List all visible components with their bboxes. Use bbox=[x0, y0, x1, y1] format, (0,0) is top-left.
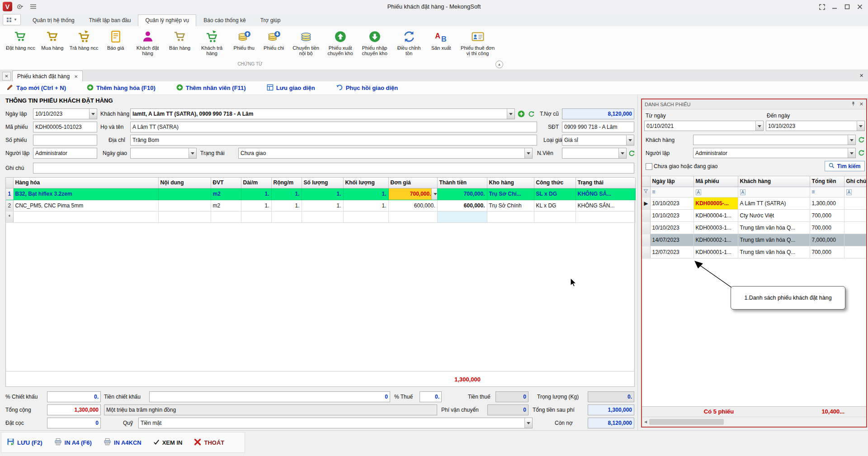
panel-close-icon[interactable]: ✕ bbox=[859, 101, 863, 107]
panel-column-khach-hang[interactable]: Khách hàng bbox=[738, 176, 810, 187]
panel-row-header[interactable]: ▶ bbox=[642, 197, 650, 209]
filter-cell[interactable]: A bbox=[844, 187, 866, 197]
cell-dvt[interactable]: m2 bbox=[211, 200, 241, 211]
toolbar-item-phieu-thue-don-vi-thi-cong[interactable]: Phiếu thuê đơn vị thi công bbox=[456, 28, 500, 57]
filter-cell[interactable]: A bbox=[693, 187, 738, 197]
panel-cell-tong-tien[interactable]: 700,000 bbox=[810, 221, 844, 234]
cell-noi-dung[interactable] bbox=[158, 200, 211, 211]
panel-cell-tong-tien[interactable]: 1,300,000 bbox=[810, 197, 844, 209]
cell-kho-hang[interactable]: Trụ Sở Chính bbox=[487, 200, 534, 211]
chiet-khau-pct-field[interactable]: 0. bbox=[47, 391, 101, 402]
toolbar-item-phieu-thu[interactable]: Phiếu thu bbox=[229, 28, 259, 52]
dropdown-arrow-icon[interactable] bbox=[431, 188, 438, 200]
cell-dai-m[interactable]: 1. bbox=[241, 200, 271, 211]
action-luu-giao-dien[interactable]: Lưu giao diện bbox=[267, 84, 315, 92]
refresh-customer-icon[interactable] bbox=[527, 110, 535, 118]
filter-cell[interactable]: = bbox=[810, 187, 844, 197]
panel-cell-ngay-lap[interactable]: 14/07/2023 bbox=[650, 234, 693, 246]
scrollbar-thumb[interactable] bbox=[649, 419, 724, 425]
panel-cell-khach-hang[interactable]: Cty Nước Việt bbox=[738, 209, 810, 221]
filter-cell[interactable]: = bbox=[650, 187, 693, 197]
panel-refresh-khach-hang-icon[interactable] bbox=[857, 136, 865, 144]
tabbar-right-close-icon[interactable]: ✕ bbox=[858, 72, 865, 80]
footer-button-xem-in[interactable]: XEM IN bbox=[153, 439, 183, 447]
new-row-cell[interactable] bbox=[437, 211, 487, 222]
grid-column-kho-hang[interactable]: Kho hàng bbox=[487, 178, 534, 188]
toolbar-item-dat-hang-ncc[interactable]: Đặt hàng ncc bbox=[4, 28, 38, 52]
so-phieu-field[interactable] bbox=[33, 135, 97, 146]
panel-row-4[interactable]: 14/07/2023KDH00002-1...Trung tâm văn hóa… bbox=[642, 234, 866, 246]
panel-cell-ghi-chu[interactable] bbox=[844, 221, 866, 234]
quick-access-icon[interactable] bbox=[16, 2, 25, 11]
new-row-cell[interactable] bbox=[487, 211, 534, 222]
new-row-cell[interactable] bbox=[211, 211, 241, 222]
dropdown-arrow-icon[interactable] bbox=[524, 148, 532, 158]
cell-hang-hoa[interactable]: CNC_PM5, CNC Pima 5mm bbox=[13, 200, 158, 211]
action-tao-moi-ctrl-n[interactable]: Tạo mới (Ctrl + N) bbox=[6, 84, 66, 92]
cell-cong-thuc[interactable]: SL x DG bbox=[534, 188, 576, 200]
cell-trang-thai[interactable]: KHÔNG SẢ... bbox=[576, 188, 635, 200]
nguoi-lap-field[interactable]: Administrator bbox=[33, 148, 97, 159]
thue-pct-field[interactable]: 0. bbox=[420, 391, 442, 402]
dropdown-arrow-icon[interactable] bbox=[507, 109, 514, 119]
ribbon-collapse-icon[interactable]: ▲ bbox=[495, 61, 503, 68]
panel-cell-ma-phieu[interactable]: KDH00005-... bbox=[693, 197, 738, 209]
grid-row-1[interactable]: 1B32, Bạt hiflex 3.2zemm21.1.1.1.700,000… bbox=[6, 188, 635, 200]
cell-don-gia[interactable]: 600,000. bbox=[388, 200, 437, 211]
toolbar-item-tra-hang-ncc[interactable]: Trả hàng ncc bbox=[67, 28, 101, 52]
dropdown-arrow-icon[interactable] bbox=[618, 148, 626, 158]
action-them-hang-hoa-f10[interactable]: Thêm hàng hóa (F10) bbox=[87, 84, 156, 92]
dropdown-arrow-icon[interactable] bbox=[755, 121, 763, 131]
tab-phieu-khach-dat-hang[interactable]: Phiếu khách đặt hàng ✕ bbox=[12, 71, 83, 82]
panel-refresh-nguoi-lap-icon[interactable] bbox=[857, 149, 865, 157]
cell-noi-dung[interactable] bbox=[158, 188, 211, 200]
panel-row-header[interactable] bbox=[642, 234, 650, 246]
cell-khoi-luong[interactable]: 1. bbox=[343, 188, 388, 200]
row-header[interactable]: 1 bbox=[6, 188, 13, 200]
panel-cell-khach-hang[interactable]: Trung tâm văn hóa Q... bbox=[738, 234, 810, 246]
grid-column-khoi-luong[interactable]: Khối lượng bbox=[343, 178, 388, 188]
panel-row-1[interactable]: ▶10/10/2023KDH00005-...A Lâm TT (SATRA)1… bbox=[642, 197, 866, 209]
action-them-nhan-vien-f11[interactable]: Thêm nhân viên (F11) bbox=[176, 84, 246, 92]
panel-cell-tong-tien[interactable]: 7,000,000 bbox=[810, 234, 844, 246]
toolbar-item-dieu-chinh-ton[interactable]: Điều chỉnh tồn bbox=[392, 28, 426, 57]
dropdown-arrow-icon[interactable] bbox=[89, 109, 97, 119]
scroll-left-icon[interactable]: ◀ bbox=[642, 420, 649, 424]
footer-button-luu-f2[interactable]: LƯU (F2) bbox=[7, 438, 42, 447]
new-row-cell[interactable] bbox=[576, 211, 635, 222]
cell-trang-thai[interactable]: KHÔNG SẢN... bbox=[576, 200, 635, 211]
tu-ngay-field[interactable]: 01/10/2021 bbox=[644, 121, 764, 131]
panel-hscrollbar[interactable]: ◀ bbox=[642, 417, 866, 426]
ribbon-tab-quan-tri-he-thong[interactable]: Quản trị hệ thống bbox=[25, 14, 82, 26]
grid-new-row[interactable]: * bbox=[6, 211, 635, 222]
row-header[interactable]: 2 bbox=[6, 200, 13, 211]
toolbar-item-bao-gia[interactable]: Báo giá bbox=[101, 28, 131, 52]
dropdown-arrow-icon[interactable] bbox=[524, 418, 532, 428]
ribbon-tab-tro-giup[interactable]: Trợ giúp bbox=[253, 14, 288, 26]
panel-column-ma-phieu[interactable]: Mã phiếu bbox=[693, 176, 738, 187]
toolbar-item-chuyen-tien-noi-bo[interactable]: Chuyển tiền nội bộ bbox=[289, 28, 323, 57]
maximize-icon[interactable] bbox=[841, 1, 854, 12]
new-row-cell[interactable] bbox=[343, 211, 388, 222]
new-row-cell[interactable] bbox=[302, 211, 343, 222]
chua-giao-checkbox[interactable] bbox=[646, 163, 652, 170]
toolbar-item-mua-hang[interactable]: Mua hàng bbox=[38, 28, 67, 52]
pin-icon[interactable] bbox=[851, 101, 856, 107]
panel-cell-ghi-chu[interactable] bbox=[844, 197, 866, 209]
cell-rong-m[interactable]: 1. bbox=[271, 200, 302, 211]
refresh-nvien-icon[interactable] bbox=[627, 149, 636, 157]
panel-cell-ngay-lap[interactable]: 12/07/2023 bbox=[650, 246, 693, 258]
ribbon-tab-quan-ly-nghiep-vu[interactable]: Quản lý nghiệp vụ bbox=[138, 14, 196, 26]
grid-column-noi-dung[interactable]: Nội dung bbox=[158, 178, 211, 188]
customize-menu-icon[interactable] bbox=[28, 2, 38, 11]
new-row-cell[interactable] bbox=[241, 211, 271, 222]
close-icon[interactable] bbox=[854, 1, 866, 12]
cell-thanh-tien[interactable]: 600,000. bbox=[437, 200, 487, 211]
grid-column-dai-m[interactable]: Dài/m bbox=[241, 178, 271, 188]
ngay-giao-field[interactable] bbox=[130, 148, 197, 159]
ghi-chu-field[interactable] bbox=[33, 163, 634, 174]
grid-column-hang-hoa[interactable]: Hàng hóa bbox=[13, 178, 158, 188]
ma-phieu-field[interactable]: KDH00005-101023 bbox=[33, 122, 97, 132]
trang-thai-field[interactable]: Chưa giao bbox=[238, 148, 533, 159]
toolbar-item-phieu-xuat-chuyen-kho[interactable]: Phiếu xuất chuyển kho bbox=[323, 28, 358, 57]
